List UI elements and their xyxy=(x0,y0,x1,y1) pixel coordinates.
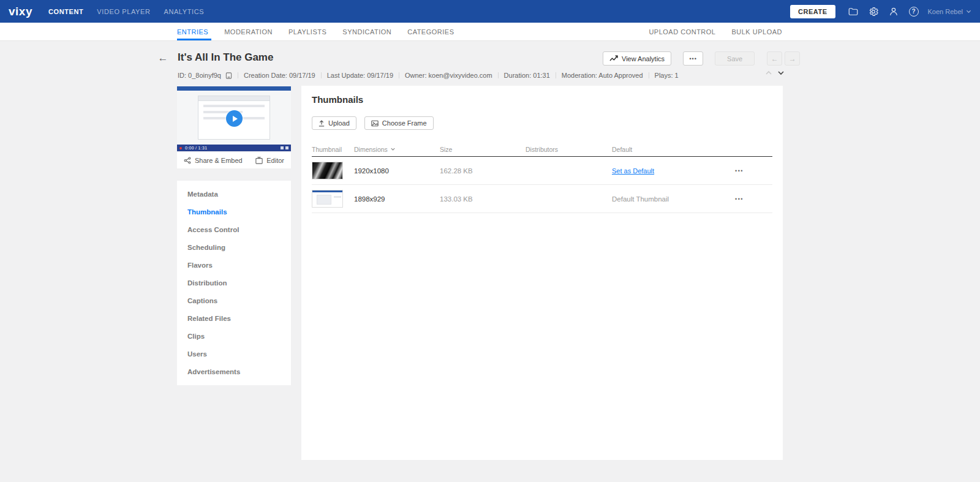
help-icon[interactable]: ? xyxy=(908,6,920,18)
top-navbar: vixy CONTENT VIDEO PLAYER ANALYTICS CREA… xyxy=(0,0,980,23)
cell-size: 133.03 KB xyxy=(440,195,526,203)
play-icon xyxy=(233,116,238,122)
cell-dimensions: 1898x929 xyxy=(354,195,440,203)
entry-id: ID: 0_8oinyf9q xyxy=(178,72,232,79)
thumbnails-panel: Thumbnails Upload Choose Frame Thumbnail… xyxy=(301,86,783,460)
play-button[interactable] xyxy=(226,110,243,127)
column-header-dimensions[interactable]: Dimensions xyxy=(354,146,440,153)
sort-descending-icon xyxy=(390,146,396,152)
help-glyph: ? xyxy=(909,7,919,17)
set-as-default-link[interactable]: Set as Default xyxy=(612,167,654,175)
player-control-bar[interactable]: 0:00 / 1:31 xyxy=(177,145,291,151)
table-header-row: Thumbnail Dimensions Size Distributors D… xyxy=(312,142,772,157)
player-time: 0:00 / 1:31 xyxy=(185,146,207,150)
top-nav: CONTENT VIDEO PLAYER ANALYTICS xyxy=(41,0,211,23)
upload-button[interactable]: Upload xyxy=(312,116,356,130)
entry-header-actions: View Analytics ••• Save ← → xyxy=(603,51,800,66)
sidebar-item-metadata[interactable]: Metadata xyxy=(177,185,291,203)
table-row: 1898x929 133.03 KB Default Thumbnail ••• xyxy=(312,185,772,213)
top-nav-video-player[interactable]: VIDEO PLAYER xyxy=(90,0,157,23)
row-actions-button[interactable]: ••• xyxy=(735,194,753,205)
preview-action-bar: Share & Embed Editor xyxy=(177,151,291,168)
divider xyxy=(498,72,499,78)
sidebar-item-related-files[interactable]: Related Files xyxy=(177,309,291,327)
previous-entry-button[interactable]: ← xyxy=(767,51,782,66)
table-row: 1920x1080 162.28 KB Set as Default ••• xyxy=(312,157,772,185)
more-actions-button[interactable]: ••• xyxy=(683,51,703,66)
divider xyxy=(321,72,322,78)
sidebar-item-captions[interactable]: Captions xyxy=(177,292,291,309)
upload-label: Upload xyxy=(328,119,350,127)
view-analytics-label: View Analytics xyxy=(622,55,665,62)
plays-count: Plays: 1 xyxy=(655,72,679,79)
tab-playlists[interactable]: PLAYLISTS xyxy=(281,23,334,40)
tab-syndication[interactable]: SYNDICATION xyxy=(334,23,399,40)
thumbnail-preview xyxy=(312,162,343,179)
sidebar-item-scheduling[interactable]: Scheduling xyxy=(177,238,291,256)
subnav-tabs: ENTRIES MODERATION PLAYLISTS SYNDICATION… xyxy=(177,23,462,40)
column-header-thumbnail: Thumbnail xyxy=(312,146,354,153)
sidebar-item-thumbnails[interactable]: Thumbnails xyxy=(177,203,291,220)
thumbnail-preview xyxy=(312,190,343,208)
gear-icon[interactable] xyxy=(867,6,880,18)
tab-moderation[interactable]: MODERATION xyxy=(216,23,281,40)
sidebar-item-flavors[interactable]: Flavors xyxy=(177,256,291,274)
user-icon[interactable] xyxy=(888,6,900,18)
tab-categories[interactable]: CATEGORIES xyxy=(399,23,462,40)
sidebar-item-clips[interactable]: Clips xyxy=(177,327,291,345)
sidebar-item-users[interactable]: Users xyxy=(177,345,291,363)
divider xyxy=(556,72,556,78)
choose-frame-button[interactable]: Choose Frame xyxy=(364,116,434,130)
editor-button[interactable]: Editor xyxy=(255,157,284,164)
top-nav-content[interactable]: CONTENT xyxy=(41,0,90,23)
row-actions-button[interactable]: ••• xyxy=(735,165,753,176)
cell-dimensions: 1920x1080 xyxy=(354,167,440,175)
collapse-details-button[interactable] xyxy=(764,69,773,77)
player-control-icons xyxy=(281,146,288,149)
creation-date: Creation Date: 09/17/19 xyxy=(244,72,315,79)
next-entry-button[interactable]: → xyxy=(785,51,800,66)
details-toggle xyxy=(764,69,785,77)
fullscreen-icon[interactable] xyxy=(285,146,288,149)
upload-icon xyxy=(318,120,325,127)
view-analytics-button[interactable]: View Analytics xyxy=(603,51,671,66)
owner: Owner: koen@vixyvideo.com xyxy=(405,72,492,79)
thumbnails-table: Thumbnail Dimensions Size Distributors D… xyxy=(312,142,772,213)
editor-label: Editor xyxy=(266,157,284,164)
user-name: Koen Rebel xyxy=(928,8,963,15)
video-frame-topbar xyxy=(177,86,291,91)
editor-icon xyxy=(255,157,263,164)
volume-icon[interactable] xyxy=(281,146,284,149)
panel-title: Thumbnails xyxy=(312,94,363,105)
sidebar-item-distribution[interactable]: Distribution xyxy=(177,274,291,292)
share-embed-button[interactable]: Share & Embed xyxy=(184,157,243,164)
folder-icon[interactable] xyxy=(847,6,859,18)
duration: Duration: 01:31 xyxy=(504,72,550,79)
tab-entries[interactable]: ENTRIES xyxy=(177,23,216,40)
share-icon xyxy=(184,157,191,164)
default-thumbnail-label: Default Thumbnail xyxy=(612,195,669,203)
vixy-logo[interactable]: vixy xyxy=(9,5,32,18)
divider xyxy=(399,72,399,78)
divider xyxy=(649,72,649,78)
content-subnav: ENTRIES MODERATION PLAYLISTS SYNDICATION… xyxy=(0,23,980,41)
sidebar-item-advertisements[interactable]: Advertisements xyxy=(177,363,291,380)
subnav-right-links: UPLOAD CONTROL BULK UPLOAD xyxy=(641,23,790,40)
upload-control-link[interactable]: UPLOAD CONTROL xyxy=(641,23,723,40)
create-button[interactable]: CREATE xyxy=(790,5,835,18)
image-icon xyxy=(371,120,379,127)
column-header-size: Size xyxy=(440,146,526,153)
video-preview[interactable]: 0:00 / 1:31 xyxy=(177,86,291,151)
divider xyxy=(238,72,238,78)
last-update: Last Update: 09/17/19 xyxy=(327,72,393,79)
expand-details-button[interactable] xyxy=(777,69,785,77)
top-nav-analytics[interactable]: ANALYTICS xyxy=(157,0,211,23)
thumbnail-actions: Upload Choose Frame xyxy=(312,116,434,130)
sidebar-item-access-control[interactable]: Access Control xyxy=(177,220,291,238)
save-button[interactable]: Save xyxy=(715,51,755,66)
bulk-upload-link[interactable]: BULK UPLOAD xyxy=(723,23,790,40)
cell-size: 162.28 KB xyxy=(440,167,526,175)
column-header-distributors: Distributors xyxy=(526,146,612,153)
back-button[interactable]: ← xyxy=(156,51,170,65)
user-menu[interactable]: Koen Rebel xyxy=(928,8,972,15)
